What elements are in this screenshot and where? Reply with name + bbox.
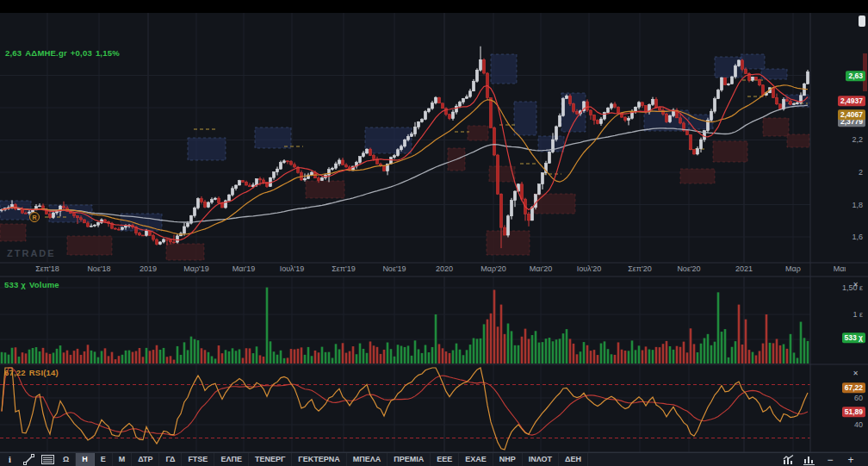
bottom-toolbar: i ΩΗΕΜΔΤΡΓΔFTSEΕΛΠΕΤΕΝΕΡΓΓΕΚΤΕΡΝΑΜΠΕΛΑΠΡ… <box>0 452 868 466</box>
x-axis-tick-label: 2021 <box>735 264 753 273</box>
draw-tool-icon[interactable] <box>19 453 38 466</box>
volume-axis-label: 1,50 ε <box>842 283 863 292</box>
price-badge: 2,4067 <box>838 109 865 120</box>
scrollbar-thumb[interactable] <box>859 16 865 27</box>
toolbar-right-group: − + <box>778 453 861 466</box>
toolbar-button-ΓΔ[interactable]: ΓΔ <box>159 453 182 466</box>
x-axis-tick-label: Ιουλ'19 <box>280 264 305 273</box>
price-badge: 2,4937 <box>838 96 865 106</box>
chart-canvas[interactable]: R <box>0 0 868 466</box>
toolbar-button-ΔΕΗ[interactable]: ΔΕΗ <box>559 453 588 466</box>
volume-value-label: 533 χ <box>4 280 26 289</box>
price-axis-label: 1,8 <box>852 201 863 209</box>
price-change-label: +0,03 <box>71 48 92 58</box>
rsi-badge: 51,89 <box>842 407 865 417</box>
x-axis-tick-label: Μαρ'20 <box>480 264 506 273</box>
toolbar-button-ΙΝΛΟΤ[interactable]: ΙΝΛΟΤ <box>523 453 559 466</box>
x-axis-tick-label: Σεπ'19 <box>332 264 356 273</box>
rsi-close-icon[interactable]: ✕ <box>851 370 860 378</box>
x-axis-tick-label: Μαι'19 <box>232 264 255 273</box>
price-axis-label: 2,2 <box>852 135 863 144</box>
toolbar-button-ΕΛΠΕ[interactable]: ΕΛΠΕ <box>214 453 249 466</box>
x-axis-tick-label: Μαι'20 <box>530 264 552 273</box>
svg-text:R: R <box>32 214 36 221</box>
rsi-value-label: 67,22 <box>4 368 26 377</box>
volume-axis-label: 1 ε <box>852 310 863 319</box>
event-markers-layer: R <box>30 213 40 222</box>
rsi-axis-label: 40 <box>854 420 863 429</box>
trading-app-window: R 2,63ΑΔΜΗΕ.gr+0,031,15% 533 χVolume 67,… <box>0 0 868 466</box>
svg-text:i: i <box>9 455 11 464</box>
toolbar-button-ΜΠΕΛΑ[interactable]: ΜΠΕΛΑ <box>347 453 388 466</box>
price-axis-label: 1,6 <box>852 233 863 241</box>
toolbar-button-ΔΤΡ[interactable]: ΔΤΡ <box>132 453 159 466</box>
x-axis-tick-label: 2019 <box>140 264 157 273</box>
toolbar-button-ΤΕΝΕΡΓ[interactable]: ΤΕΝΕΡΓ <box>249 453 292 466</box>
symbol-name-label: ΑΔΜΗΕ.gr <box>25 48 67 58</box>
ticker-button-group: ΩΗΕΜΔΤΡΓΔFTSEΕΛΠΕΤΕΝΕΡΓΓΕΚΤΕΡΝΑΜΠΕΛΑΠΡΕΜ… <box>57 453 588 466</box>
toolbar-button-ΕΕΕ[interactable]: ΕΕΕ <box>431 453 459 466</box>
rsi-panel-header: 67,22RSI(14) <box>4 368 62 377</box>
toolbar-button-ΠΡΕΜΙΑ[interactable]: ΠΡΕΜΙΑ <box>388 453 431 466</box>
x-axis-tick-label: Ιουλ'20 <box>577 264 602 273</box>
toolbar-button-Ω[interactable]: Ω <box>57 453 76 466</box>
price-badge: 2,63 <box>846 71 865 81</box>
volume-bars-layer <box>1 288 809 363</box>
symbol-header: 2,63ΑΔΜΗΕ.gr+0,031,15% <box>5 48 123 58</box>
toolbar-button-Η[interactable]: Η <box>76 453 95 466</box>
separators-layer <box>0 13 868 452</box>
x-axis-tick-label: Σεπ'18 <box>35 264 59 273</box>
zoom-out-icon[interactable]: − <box>820 453 840 466</box>
combo-chart-icon[interactable] <box>778 453 799 466</box>
volume-indicator-label: Volume <box>29 280 59 289</box>
volume-panel-header: 533 χVolume <box>4 280 63 289</box>
x-axis-tick-label: Μαρ <box>785 264 801 273</box>
info-icon[interactable]: i <box>0 453 19 466</box>
x-axis-tick-label: Σεπ'20 <box>628 264 652 273</box>
rsi-badge: 67,22 <box>842 382 865 393</box>
x-axis-tick-label: Νοε'20 <box>677 264 700 273</box>
toolbar-button-ΓΕΚΤΕΡΝΑ[interactable]: ΓΕΚΤΕΡΝΑ <box>292 453 346 466</box>
toolbar-button-Μ[interactable]: Μ <box>113 453 133 466</box>
toolbar-button-ΕΧΑΕ[interactable]: ΕΧΑΕ <box>459 453 493 466</box>
grid-layer <box>0 13 810 452</box>
yellow-dash-layer <box>45 80 808 217</box>
price-change-pct-label: 1,15% <box>96 48 120 58</box>
x-axis-tick-label: Νοε'19 <box>382 264 406 273</box>
toolbar-button-ΝΗΡ[interactable]: ΝΗΡ <box>493 453 523 466</box>
rsi-indicator-label: RSI(14) <box>29 368 59 377</box>
rsi-axis-label: 60 <box>854 394 863 402</box>
toolbar-button-Ε[interactable]: Ε <box>95 453 113 466</box>
histogram-icon[interactable] <box>799 453 820 466</box>
toolbar-button-FTSE[interactable]: FTSE <box>182 453 214 466</box>
x-axis-tick-label: Μαρ'19 <box>183 264 209 273</box>
watchlist-icon[interactable] <box>38 453 57 466</box>
x-axis-tick-label: Μαι <box>834 264 846 273</box>
x-axis-tick-label: Νοε'18 <box>87 264 110 273</box>
ztrade-watermark: ZTRADE <box>7 248 56 258</box>
zoom-in-icon[interactable]: + <box>840 453 861 466</box>
last-price-label: 2,63 <box>5 48 22 58</box>
x-axis-tick-label: 2020 <box>436 264 453 273</box>
volume-badge: 533 χ <box>842 332 865 343</box>
price-axis-label: 2 <box>859 168 863 177</box>
